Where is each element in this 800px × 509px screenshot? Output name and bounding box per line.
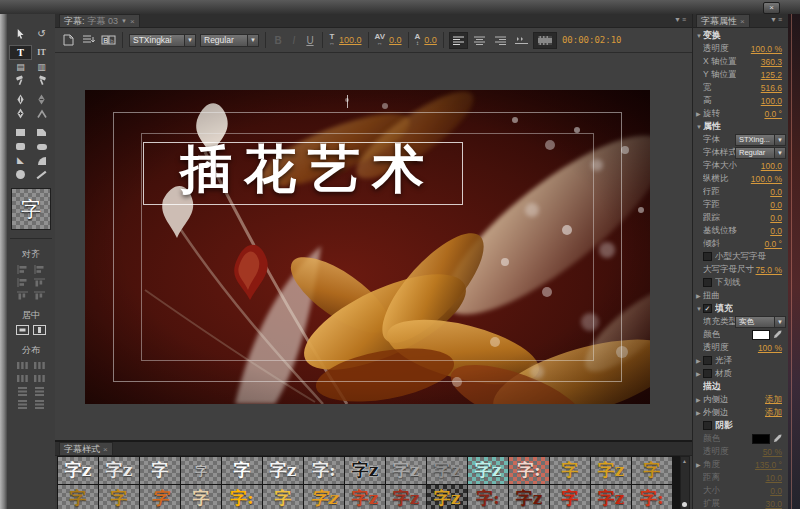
- title-text[interactable]: 插花艺术: [143, 130, 461, 210]
- style-swatch[interactable]: 字:: [468, 485, 508, 509]
- panel-menu-icon[interactable]: ▼≡: [770, 16, 783, 23]
- value-field[interactable]: 125.2: [761, 70, 786, 80]
- scrollbar-thumb[interactable]: [682, 502, 687, 507]
- italic-button[interactable]: I: [288, 35, 300, 46]
- tab-dropdown-icon[interactable]: ▼: [121, 18, 127, 24]
- checkbox[interactable]: [703, 356, 712, 365]
- color-swatch[interactable]: [752, 330, 770, 340]
- roll-crawl-options-icon[interactable]: [80, 33, 96, 47]
- checkbox[interactable]: [703, 252, 712, 261]
- pen-tool[interactable]: [10, 93, 31, 106]
- font-style-dropdown[interactable]: Regular ▼: [200, 34, 259, 47]
- align-left-icon[interactable]: [14, 264, 31, 274]
- background-video-timecode[interactable]: 00:00:02:10: [562, 35, 622, 45]
- value-field[interactable]: 0.0: [770, 200, 786, 210]
- panel-menu-icon[interactable]: ▼≡: [674, 16, 687, 23]
- style-swatch[interactable]: 字z: [591, 457, 631, 484]
- scroll-up-icon[interactable]: ▲: [682, 458, 687, 464]
- style-swatch[interactable]: 字: [550, 457, 590, 484]
- value-field[interactable]: 0.0 °: [764, 109, 786, 119]
- pill-tool[interactable]: [31, 140, 52, 153]
- current-style-preview[interactable]: 字: [11, 188, 51, 230]
- style-swatch[interactable]: 字z: [345, 457, 385, 484]
- checkbox[interactable]: [703, 421, 712, 430]
- align-center-v-icon[interactable]: [14, 290, 31, 300]
- value-field[interactable]: 0.0 °: [764, 239, 786, 249]
- convert-anchor-tool[interactable]: [31, 107, 52, 120]
- font-family-dropdown[interactable]: STXingkai ▼: [129, 34, 196, 47]
- distribute-center-v-icon[interactable]: [31, 386, 48, 396]
- value-field[interactable]: 360.3: [761, 57, 786, 67]
- style-swatch[interactable]: 字z: [468, 457, 508, 484]
- value-field[interactable]: 100.0 %: [751, 44, 786, 54]
- style-swatch[interactable]: 字: [181, 457, 221, 484]
- styles-scrollbar[interactable]: ▲: [680, 456, 690, 509]
- arc-tool[interactable]: [31, 154, 52, 167]
- value-field[interactable]: 100.0: [761, 161, 786, 171]
- eyedropper-icon[interactable]: [773, 330, 782, 339]
- value-field[interactable]: 0.0: [770, 486, 786, 496]
- tab-title-styles[interactable]: 字幕样式 ×: [59, 442, 113, 455]
- kerning-value[interactable]: 0.0: [389, 35, 402, 45]
- value-field[interactable]: 10.0: [765, 473, 786, 483]
- style-swatch[interactable]: 字: [181, 485, 221, 509]
- delete-anchor-tool[interactable]: [31, 93, 52, 106]
- vertical-path-type-tool[interactable]: [31, 74, 52, 87]
- style-swatch[interactable]: 字:: [632, 485, 672, 509]
- center-horizontal-icon[interactable]: [14, 325, 31, 335]
- rectangle-tool[interactable]: [10, 126, 31, 139]
- distribute-center-h-icon[interactable]: [31, 360, 48, 370]
- style-swatch[interactable]: 字: [58, 485, 98, 509]
- style-swatch[interactable]: 字z: [509, 485, 549, 509]
- style-swatch[interactable]: 字: [99, 485, 139, 509]
- center-vertical-icon[interactable]: [31, 325, 48, 335]
- style-swatch[interactable]: 字z: [99, 457, 139, 484]
- style-swatch[interactable]: 字: [550, 485, 590, 509]
- add-link[interactable]: 添加: [765, 407, 786, 419]
- style-swatch[interactable]: 字z: [58, 457, 98, 484]
- tab-close-icon[interactable]: ×: [103, 445, 108, 454]
- underline-button[interactable]: U: [304, 35, 316, 46]
- align-right-icon[interactable]: [14, 277, 31, 287]
- style-swatch[interactable]: 字: [140, 485, 180, 509]
- align-top-icon[interactable]: [31, 277, 48, 287]
- area-type-tool[interactable]: ▤: [10, 60, 31, 73]
- color-swatch[interactable]: [752, 434, 770, 444]
- rotate-tool[interactable]: ↺: [31, 27, 52, 40]
- style-swatch[interactable]: 字:: [222, 485, 262, 509]
- distribute-even-v-icon[interactable]: [31, 399, 48, 409]
- value-field[interactable]: 50 %: [763, 447, 786, 457]
- tab-title-properties[interactable]: 字幕属性 ×: [696, 14, 750, 27]
- align-left-button[interactable]: [450, 33, 467, 48]
- vertical-area-type-tool[interactable]: ▥: [31, 60, 52, 73]
- window-close-button[interactable]: ×: [763, 2, 780, 14]
- path-type-tool[interactable]: [10, 74, 31, 87]
- style-swatch[interactable]: 字: [632, 457, 672, 484]
- distribute-right-icon[interactable]: [14, 373, 31, 383]
- style-swatch[interactable]: 字z: [345, 485, 385, 509]
- clipped-rectangle-tool[interactable]: [31, 126, 52, 139]
- style-swatch[interactable]: 字z: [591, 485, 631, 509]
- new-title-icon[interactable]: [60, 33, 76, 47]
- distribute-bottom-icon[interactable]: [14, 399, 31, 409]
- show-background-video-button[interactable]: [534, 33, 556, 48]
- tab-stops-icon[interactable]: [513, 33, 530, 48]
- style-swatch[interactable]: 字z: [304, 485, 344, 509]
- leading-value[interactable]: 0.0: [424, 35, 437, 45]
- distribute-left-icon[interactable]: [14, 360, 31, 370]
- value-field[interactable]: 100.0: [761, 96, 786, 106]
- value-field[interactable]: 30.0: [765, 499, 786, 509]
- style-swatch[interactable]: 字: [222, 457, 262, 484]
- dropdown[interactable]: Regular▼: [735, 146, 786, 159]
- value-field[interactable]: 100.0 %: [751, 174, 786, 184]
- align-right-button[interactable]: [492, 33, 509, 48]
- tab-close-icon[interactable]: ×: [130, 17, 135, 26]
- align-center-h-icon[interactable]: [31, 264, 48, 274]
- tab-close-icon[interactable]: ×: [740, 17, 745, 26]
- ellipse-tool[interactable]: [10, 168, 31, 181]
- style-swatch[interactable]: 字z: [427, 485, 467, 509]
- style-swatch[interactable]: 字z: [386, 457, 426, 484]
- align-center-button[interactable]: [471, 33, 488, 48]
- distribute-top-icon[interactable]: [14, 386, 31, 396]
- style-swatch[interactable]: 字z: [427, 457, 467, 484]
